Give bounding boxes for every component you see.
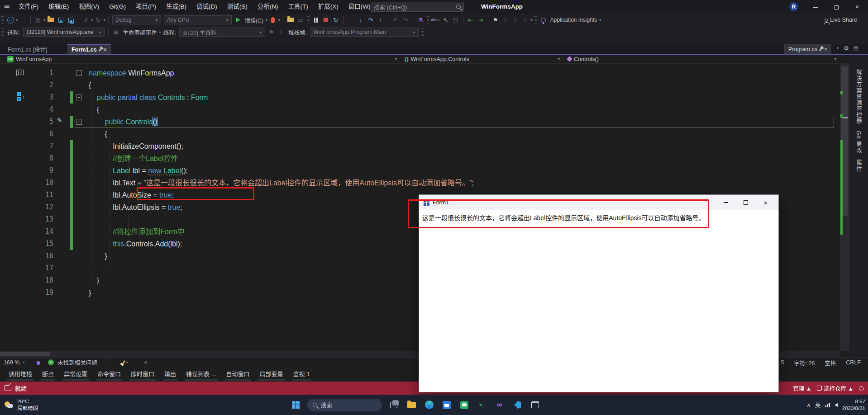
running-app-icon[interactable]	[529, 399, 541, 411]
collapse-arrow-icon[interactable]: ◀	[144, 360, 147, 364]
menu-item-N[interactable]: 分析(N)	[253, 0, 283, 14]
thread-dropdown[interactable]: [8720] 主线程▾	[179, 28, 265, 37]
continue-label[interactable]: 继续(C)	[245, 16, 263, 24]
form1-close-button[interactable]: ×	[763, 199, 768, 207]
eol-indicator[interactable]: CRLF	[846, 359, 861, 366]
menu-item-GitG[interactable]: Git(G)	[104, 0, 131, 14]
indent-decrease-icon[interactable]: ⇤	[466, 15, 475, 24]
close-tab-icon[interactable]: ×	[104, 47, 107, 53]
live-share-button[interactable]: Live Share	[825, 14, 857, 26]
solution-platform-dropdown[interactable]: Any CPU▾	[164, 15, 232, 24]
settings-gear-icon[interactable]: ⚙	[844, 45, 849, 52]
app-insights-icon[interactable]	[539, 15, 548, 24]
test-explorer-icon[interactable]: ⚗	[416, 15, 425, 24]
solution-configuration-dropdown[interactable]: Debug▾	[112, 15, 161, 24]
side-tab-Git[interactable]: Git 更改	[854, 131, 863, 153]
tray-expand-chevron[interactable]: ∧	[807, 402, 811, 408]
step-over-icon[interactable]: ↷	[366, 15, 375, 24]
unflag-thread-icon[interactable]: ⚐	[277, 28, 286, 37]
panel-tab-[interactable]: 即时窗口	[127, 368, 158, 381]
taskbar-weather-widget[interactable]: 26°C局部晴朗	[0, 398, 72, 411]
menu-item-B[interactable]: 生成(B)	[161, 0, 191, 14]
edge-browser-icon[interactable]	[423, 399, 435, 411]
panel-tab-[interactable]: 异常设置	[60, 368, 91, 381]
lifecycle-events-icon[interactable]: ▣	[111, 28, 120, 37]
show-next-statement-icon[interactable]: →	[346, 15, 355, 24]
maximize-button[interactable]	[826, 0, 846, 14]
repo-picker-button[interactable]: 选择仓库 ▲	[817, 384, 854, 392]
spell-check-icon[interactable]: abc✓	[431, 15, 440, 24]
code-line[interactable]: 10 lbl.Text = "这是一段很长很长的文本，它将会超出Label控件的…	[0, 177, 840, 189]
microsoft-store-icon[interactable]	[441, 399, 453, 411]
side-tab-[interactable]: 解决方案资源管理器	[854, 69, 863, 124]
menu-item-S[interactable]: 测试(S)	[222, 0, 253, 14]
terminal-icon[interactable]: >_	[476, 399, 488, 411]
step-into-icon[interactable]: ↓	[356, 15, 365, 24]
clear-bookmarks-icon[interactable]: ⚐	[521, 15, 530, 24]
stop-debug-icon[interactable]	[321, 15, 330, 24]
notifications-bell-icon[interactable]	[859, 386, 863, 390]
panel-tab-[interactable]: 自动窗口	[222, 368, 254, 381]
panel-tab-[interactable]: 局部变量	[256, 368, 287, 381]
step-out-icon[interactable]: ↑	[376, 15, 385, 24]
feedback-icon[interactable]	[5, 385, 11, 391]
fold-collapse-icon[interactable]: −	[76, 70, 82, 76]
menu-item-X[interactable]: 扩展(X)	[313, 0, 343, 14]
code-line[interactable]: 4 {	[0, 104, 840, 116]
restart-debug-icon[interactable]: ↻	[331, 15, 340, 24]
code-line[interactable]: 7 InitializeComponent();	[0, 140, 840, 152]
flag-thread-icon[interactable]: ⚑	[267, 28, 276, 37]
document-outline-icon[interactable]: ▤	[451, 15, 460, 24]
side-tab-[interactable]: 属性	[854, 160, 863, 172]
menu-item-F[interactable]: 文件(F)	[14, 0, 43, 14]
redo-nav-icon[interactable]: ↷	[401, 15, 410, 24]
menu-item-D[interactable]: 调试(D)	[191, 0, 222, 14]
panel-tab-[interactable]: 断点	[38, 368, 58, 381]
code-line[interactable]: 2{	[0, 79, 840, 91]
fold-collapse-icon[interactable]: −	[76, 94, 82, 100]
breadcrumb-class[interactable]: {} WinFormsApp.Controls ▾	[397, 56, 560, 62]
spaces-indicator[interactable]: 空格	[825, 358, 836, 367]
indent-increase-icon[interactable]: ⇥	[476, 15, 485, 24]
navigate-forward-icon[interactable]: →	[19, 15, 28, 24]
taskbar-search-input[interactable]: 搜索	[307, 399, 382, 411]
next-bookmark-icon[interactable]: ⚐	[511, 15, 520, 24]
hscrollbar-thumb[interactable]	[0, 352, 50, 356]
quick-search-input[interactable]: 搜索 (Ctrl+Q)	[371, 2, 464, 12]
vscode-icon[interactable]	[511, 399, 523, 411]
show-all-files-icon[interactable]	[286, 15, 295, 24]
tab-Form1-cs[interactable]: Form1.cs×	[67, 44, 111, 54]
line-indicator[interactable]: 5	[781, 359, 784, 366]
pin-icon[interactable]	[819, 47, 822, 51]
save-all-icon[interactable]	[66, 15, 75, 24]
health-indicator-label[interactable]: 未找到相关问题	[57, 358, 97, 367]
tab-program-cs[interactable]: Program.cs ×	[784, 44, 831, 54]
code-line[interactable]: 9 Label lbl = new Label();	[0, 165, 840, 177]
process-dropdown[interactable]: [32120] WinFormsApp.exe▾	[23, 28, 105, 37]
hot-reload-icon[interactable]	[268, 15, 277, 24]
pointer-mode-icon[interactable]: ↖	[441, 15, 450, 24]
menu-item-T[interactable]: 工具(T)	[283, 0, 313, 14]
menu-item-V[interactable]: 视图(V)	[74, 0, 104, 14]
form1-minimize-button[interactable]	[724, 202, 728, 203]
pin-icon[interactable]	[98, 47, 101, 51]
close-button[interactable]: ×	[847, 0, 867, 14]
file-explorer-icon[interactable]	[405, 399, 417, 411]
stack-frame-dropdown[interactable]: WinFormsApp.Program.Main▾	[310, 28, 419, 37]
preview-window-icon[interactable]: ▭	[296, 15, 305, 24]
undo-icon[interactable]: ↺	[81, 15, 90, 24]
pause-debug-icon[interactable]	[311, 15, 320, 24]
app-insights-label[interactable]: Application Insights	[550, 17, 597, 23]
code-line[interactable]: 6 {	[0, 128, 840, 140]
code-line[interactable]: 3−IO↑ public partial class Controls : Fo…	[0, 91, 840, 104]
form1-maximize-button[interactable]	[744, 200, 748, 205]
account-avatar[interactable]: R	[789, 2, 798, 11]
wechat-devtools-icon[interactable]	[458, 399, 470, 411]
open-file-icon[interactable]	[46, 15, 55, 24]
window-layout-icon[interactable]: ▤	[854, 45, 858, 52]
taskbar-clock[interactable]: 8:572023/8/31	[842, 398, 865, 412]
minimize-button[interactable]	[806, 0, 825, 14]
bookmark-icon[interactable]: ⚑	[491, 15, 500, 24]
menu-item-E[interactable]: 编辑(E)	[43, 0, 74, 14]
panel-tab-[interactable]: 输出	[160, 368, 180, 381]
